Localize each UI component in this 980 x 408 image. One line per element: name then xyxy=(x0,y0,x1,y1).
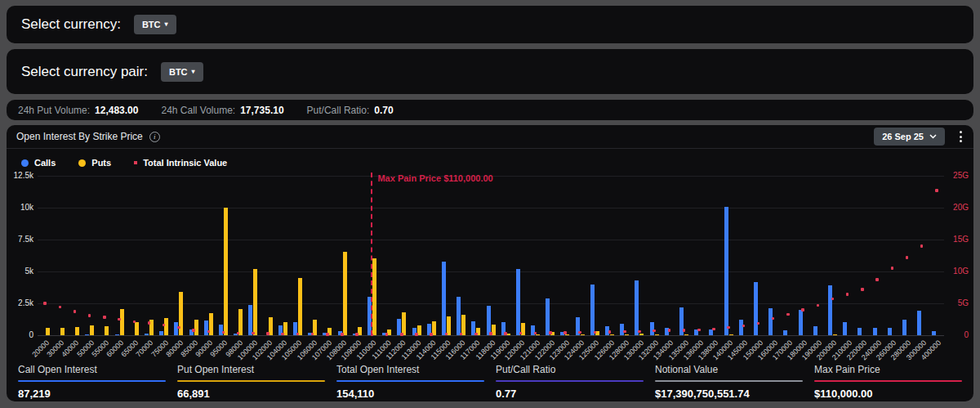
intrinsic-marker-icon xyxy=(134,161,137,164)
put-bar xyxy=(164,318,168,335)
intrinsic-value-dot xyxy=(266,332,270,335)
call-bar xyxy=(873,328,877,335)
footer-stats-row: Call Open Interest 87,219 Put Open Inter… xyxy=(18,364,962,400)
stat-underline xyxy=(336,380,484,382)
intrinsic-value-dot xyxy=(59,306,62,309)
stat-underline xyxy=(18,380,166,382)
intrinsic-value-dot xyxy=(786,313,790,316)
intrinsic-value-dot xyxy=(400,333,403,336)
chart-plot: 2000030000400005000055000600006500070000… xyxy=(38,176,944,335)
select-currency-label: Select currency: xyxy=(21,16,121,33)
put-bar xyxy=(565,334,569,335)
max-pain-line xyxy=(371,173,372,335)
call-bar xyxy=(843,322,847,335)
y-axis-tick-left: 2.5k xyxy=(12,298,33,307)
intrinsic-value-dot xyxy=(757,322,760,325)
intrinsic-value-dot xyxy=(683,329,686,332)
call-bar xyxy=(145,334,149,335)
intrinsic-value-dot xyxy=(355,333,359,336)
put-bar xyxy=(224,208,228,335)
put-call-ratio-stat: Put/Call Ratio: 0.70 xyxy=(307,105,394,116)
intrinsic-value-dot xyxy=(831,298,835,301)
intrinsic-value-dot xyxy=(385,333,389,336)
y-axis-tick-left: 5k xyxy=(12,267,33,276)
intrinsic-value-dot xyxy=(177,326,180,330)
call-bar xyxy=(487,306,491,335)
put-bar xyxy=(298,278,302,335)
put-bar xyxy=(90,325,94,335)
intrinsic-value-dot xyxy=(861,288,864,291)
put-bar xyxy=(610,334,614,335)
intrinsic-value-dot xyxy=(43,302,47,305)
stat-underline xyxy=(655,380,803,382)
stat-value: 66,891 xyxy=(177,388,325,400)
intrinsic-value-dot xyxy=(474,333,478,336)
intrinsic-value-dot xyxy=(237,332,240,335)
put-bar xyxy=(135,322,139,335)
call-bar xyxy=(590,285,595,335)
info-icon[interactable]: i xyxy=(149,132,160,142)
stat-label: Call Open Interest xyxy=(18,364,166,375)
y-axis-tick-right: 15G xyxy=(947,235,969,244)
put-bar xyxy=(179,292,183,335)
intrinsic-value-dot xyxy=(504,332,507,335)
legend-item-puts[interactable]: Puts xyxy=(78,158,111,168)
currency-pair-dropdown-value: BTC xyxy=(169,67,188,77)
puts-marker-icon xyxy=(78,159,86,167)
chevron-down-icon: ▾ xyxy=(165,21,168,28)
intrinsic-value-dot xyxy=(623,330,626,334)
stat-underline xyxy=(177,380,325,382)
intrinsic-value-dot xyxy=(653,330,656,333)
call-bar xyxy=(442,262,446,335)
call-bar xyxy=(754,282,758,335)
intrinsic-value-dot xyxy=(148,321,151,325)
call-bar xyxy=(799,310,803,335)
put-bar xyxy=(105,326,109,335)
currency-dropdown-button[interactable]: BTC ▾ xyxy=(134,15,176,34)
intrinsic-value-dot xyxy=(326,333,329,336)
intrinsic-value-dot xyxy=(88,314,91,317)
put-bar xyxy=(684,334,688,335)
max-pain-label: Max Pain Price $110,000.00 xyxy=(377,173,492,183)
chevron-down-icon xyxy=(929,134,937,139)
volume-stats-bar: 24h Put Volume: 12,483.00 24h Call Volum… xyxy=(7,100,973,120)
stat-call-open-interest: Call Open Interest 87,219 xyxy=(18,364,166,400)
call-bar xyxy=(635,280,639,335)
expiry-date-dropdown[interactable]: 26 Sep 25 xyxy=(874,128,945,146)
select-currency-pair-panel: Select currency pair: BTC ▾ xyxy=(7,49,973,94)
intrinsic-value-dot xyxy=(846,293,849,296)
stat-notional-value: Notional Value $17,390,750,551.74 xyxy=(655,364,803,400)
open-interest-chart-panel: Open Interest By Strike Price i 26 Sep 2… xyxy=(7,125,973,401)
legend-item-intrinsic[interactable]: Total Intrinsic Value xyxy=(134,158,227,168)
put-bar xyxy=(655,334,659,335)
put-bar xyxy=(120,309,124,335)
currency-dropdown-value: BTC xyxy=(142,20,161,29)
calls-marker-icon xyxy=(21,159,29,167)
intrinsic-value-dot xyxy=(638,330,641,334)
intrinsic-value-dot xyxy=(103,316,106,319)
currency-pair-dropdown-button[interactable]: BTC ▾ xyxy=(161,62,203,82)
put-volume-value: 12,483.00 xyxy=(95,105,138,116)
put-bar xyxy=(461,315,466,335)
call-bar xyxy=(888,328,892,335)
put-volume-stat: 24h Put Volume: 12,483.00 xyxy=(18,105,138,116)
put-bar xyxy=(253,269,257,335)
call-bar xyxy=(620,324,624,335)
kebab-menu-icon[interactable] xyxy=(958,129,964,144)
y-axis-tick-left: 10k xyxy=(12,203,33,212)
stat-value: 87,219 xyxy=(18,388,166,400)
put-bar xyxy=(194,320,198,336)
legend-item-calls[interactable]: Calls xyxy=(21,158,56,168)
call-bar xyxy=(204,321,208,335)
call-bar xyxy=(709,330,713,335)
intrinsic-value-dot xyxy=(608,330,612,334)
put-bar xyxy=(536,334,540,335)
call-bar xyxy=(768,308,773,335)
intrinsic-value-dot xyxy=(594,331,597,334)
call-bar xyxy=(546,298,550,335)
call-bar xyxy=(932,331,936,335)
stat-value: $17,390,750,551.74 xyxy=(655,388,803,400)
stat-value: 154,110 xyxy=(336,388,484,400)
put-bar xyxy=(60,328,65,335)
intrinsic-value-dot xyxy=(281,333,284,336)
